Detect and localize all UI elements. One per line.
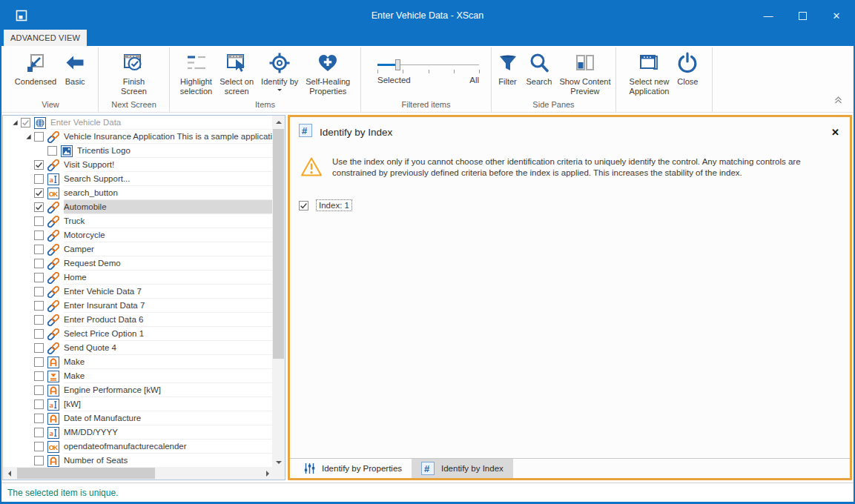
link-icon xyxy=(47,314,59,326)
filtered-items-slider[interactable]: SelectedAll xyxy=(361,49,491,99)
tree-item-checkbox[interactable] xyxy=(34,399,44,409)
tree-item-checkbox[interactable] xyxy=(34,329,44,339)
tree-item-checkbox[interactable] xyxy=(34,174,44,184)
tree-item[interactable]: Engine Performance [kW] xyxy=(3,383,272,397)
tree-item-checkbox[interactable] xyxy=(34,202,44,212)
tab-identify-by-properties[interactable]: Identify by Properties xyxy=(294,459,412,478)
tree-item[interactable]: Number of Seats xyxy=(3,454,272,467)
highlight-selection-button[interactable]: Highlight selection xyxy=(176,49,216,98)
horizontal-scrollbar[interactable] xyxy=(3,467,274,480)
tree-item[interactable]: Request Demo xyxy=(3,256,272,271)
ribbon-collapse-icon[interactable] xyxy=(833,94,843,107)
tree-item-checkbox[interactable] xyxy=(34,371,44,381)
self-healing-button[interactable]: Self-Healing Properties xyxy=(302,49,354,98)
tree-item[interactable]: Truck xyxy=(3,214,272,228)
close-window-button[interactable]: ✕ xyxy=(819,1,854,30)
tree-item[interactable]: Make xyxy=(3,369,272,383)
filter-button[interactable]: Filter xyxy=(493,49,523,88)
tree-item-label: Number of Seats xyxy=(64,456,128,465)
tree-item[interactable]: Motorcycle xyxy=(3,228,272,242)
tree-item-label: [kW] xyxy=(64,399,81,408)
tree-item[interactable]: Automobile xyxy=(3,200,272,214)
tree-item-checkbox[interactable] xyxy=(21,118,30,127)
power-button[interactable]: Close xyxy=(673,49,702,88)
finish-screen-button[interactable]: Finish Screen xyxy=(117,49,151,98)
tree-item[interactable]: Date of Manufacture xyxy=(3,411,272,425)
tree-item-checkbox[interactable] xyxy=(34,216,44,226)
globe-icon xyxy=(34,117,46,129)
tree-item[interactable]: Visit Support! xyxy=(3,158,272,172)
tree-item[interactable]: OKopendateofmanufacturecalender xyxy=(3,440,272,454)
tree-item-label: Make xyxy=(64,357,85,366)
vertical-scrollbar[interactable] xyxy=(272,116,285,468)
tree-item[interactable]: Make xyxy=(3,355,272,369)
vertical-scroll-thumb[interactable] xyxy=(273,129,284,359)
tree-item-checkbox[interactable] xyxy=(34,245,44,254)
tree-item-checkbox[interactable] xyxy=(34,301,44,311)
tree-item-checkbox[interactable] xyxy=(34,132,44,142)
tree-item[interactable]: OKsearch_button xyxy=(3,186,272,200)
minimize-button[interactable]: — xyxy=(751,1,785,30)
tree-item-checkbox[interactable] xyxy=(34,442,44,451)
tree-item[interactable]: Tricentis Logo xyxy=(3,144,272,158)
tree-item[interactable]: Enter Product Data 6 xyxy=(3,313,272,327)
tree-item[interactable]: aMM/DD/YYYY xyxy=(3,425,272,440)
tree-item[interactable]: aSearch Support... xyxy=(3,172,272,186)
link-icon xyxy=(47,216,59,228)
panel-close-button[interactable]: ✕ xyxy=(831,127,839,138)
new-application-button[interactable]: Select new Application xyxy=(626,49,673,98)
tree-item[interactable]: Vehicle Insurance Application This is a … xyxy=(3,130,272,144)
ribbon-group-label xyxy=(616,99,712,112)
index-checkbox-label[interactable]: Index: 1 xyxy=(317,200,351,210)
condensed-button[interactable]: Condensed xyxy=(11,49,60,88)
identify-by-icon xyxy=(268,50,291,75)
tree-item-checkbox[interactable] xyxy=(34,357,44,367)
maximize-button[interactable] xyxy=(785,1,819,30)
tree-item[interactable]: Send Quote 4 xyxy=(3,341,272,355)
svg-text:a: a xyxy=(50,175,54,183)
scroll-up-button[interactable] xyxy=(272,116,285,128)
ribbon-group-label: View xyxy=(3,99,98,112)
status-message: The selected item is unique. xyxy=(7,488,118,498)
scroll-left-button[interactable] xyxy=(3,467,16,480)
tab-label: Identify by Index xyxy=(441,464,504,473)
index-checkbox[interactable] xyxy=(299,201,308,210)
tree-item[interactable]: Camper xyxy=(3,242,272,256)
tab-identify-by-index[interactable]: #Identify by Index xyxy=(412,459,513,478)
basic-icon xyxy=(64,50,86,75)
tree-item-checkbox[interactable] xyxy=(34,428,44,437)
tree-item-checkbox[interactable] xyxy=(34,160,44,170)
basic-button[interactable]: Basic xyxy=(60,49,90,88)
search-button[interactable]: Search xyxy=(523,49,556,88)
tree-item-checkbox[interactable] xyxy=(34,231,44,240)
tree-item-checkbox[interactable] xyxy=(47,146,57,156)
tree-item[interactable]: Enter Insurant Data 7 xyxy=(3,299,272,313)
tree-item[interactable]: a[kW] xyxy=(3,397,272,411)
svg-text:OK: OK xyxy=(49,190,59,197)
tree-item-checkbox[interactable] xyxy=(34,385,44,395)
ribbon: CondensedBasicViewFinish ScreenNext Scre… xyxy=(1,46,854,113)
scan-tree-panel: Enter Vehicle DataVehicle Insurance Appl… xyxy=(2,115,285,480)
tree-item[interactable]: Home xyxy=(3,271,272,285)
tree-item[interactable]: Select Price Option 1 xyxy=(3,327,272,341)
tree-item-checkbox[interactable] xyxy=(34,456,44,465)
tree-item-checkbox[interactable] xyxy=(34,287,44,296)
tree-item-label: Automobile xyxy=(64,202,107,211)
tree-item[interactable]: Enter Vehicle Data xyxy=(3,116,272,130)
tree-item-checkbox[interactable] xyxy=(34,259,44,268)
select-on-screen-button[interactable]: Select on screen xyxy=(216,49,257,98)
tree-item[interactable]: Enter Vehicle Data 7 xyxy=(3,285,272,299)
content-preview-button[interactable]: Show Content Preview xyxy=(555,49,614,98)
expander-icon[interactable] xyxy=(9,119,21,126)
expander-icon[interactable] xyxy=(22,133,34,140)
tab-advanced-view[interactable]: ADVANCED VIEW xyxy=(4,30,87,46)
tree-item-checkbox[interactable] xyxy=(34,315,44,325)
tree-item-checkbox[interactable] xyxy=(34,273,44,282)
tree-item-checkbox[interactable] xyxy=(34,188,44,198)
ribbon-group-label: Filtered items xyxy=(361,99,491,112)
tree-item-checkbox[interactable] xyxy=(34,414,44,423)
tree-item-checkbox[interactable] xyxy=(34,343,44,353)
link-icon xyxy=(47,342,59,354)
horizontal-scroll-thumb[interactable] xyxy=(17,468,155,479)
identify-by-button[interactable]: Identify by xyxy=(257,49,302,95)
